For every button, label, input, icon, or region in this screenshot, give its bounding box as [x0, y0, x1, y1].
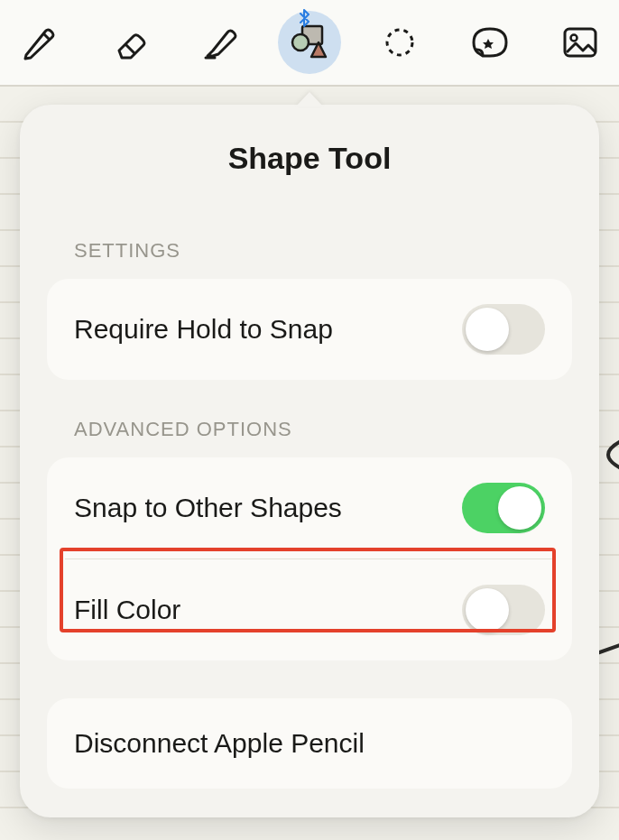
- sticker-tool[interactable]: [458, 11, 522, 74]
- require-hold-label: Require Hold to Snap: [74, 314, 333, 345]
- snap-shapes-label: Snap to Other Shapes: [74, 493, 342, 523]
- popover-arrow: [296, 92, 323, 106]
- lasso-tool[interactable]: [368, 11, 431, 74]
- eraser-tool-icon: [110, 23, 148, 61]
- advanced-section-header: ADVANCED OPTIONS: [74, 418, 572, 441]
- image-tool[interactable]: [549, 11, 612, 74]
- svg-point-2: [387, 30, 412, 55]
- eraser-tool[interactable]: [97, 11, 161, 74]
- highlighter-tool-icon: [200, 23, 238, 61]
- snap-shapes-toggle[interactable]: [462, 483, 545, 533]
- fill-color-label: Fill Color: [74, 595, 180, 625]
- pen-tool-icon: [20, 23, 58, 61]
- settings-card: Require Hold to Snap: [47, 279, 572, 380]
- popover-title: Shape Tool: [47, 141, 572, 176]
- require-hold-toggle[interactable]: [462, 304, 545, 355]
- fill-color-toggle[interactable]: [462, 585, 545, 635]
- snap-shapes-row[interactable]: Snap to Other Shapes: [47, 457, 572, 558]
- settings-section-header: SETTINGS: [74, 239, 572, 263]
- sticker-tool-icon: [470, 25, 510, 60]
- lasso-tool-icon: [381, 23, 419, 61]
- require-hold-row[interactable]: Require Hold to Snap: [47, 279, 572, 380]
- shape-tool[interactable]: [278, 11, 341, 74]
- disconnect-pencil-row[interactable]: Disconnect Apple Pencil: [47, 698, 572, 789]
- disconnect-pencil-label: Disconnect Apple Pencil: [74, 728, 365, 759]
- toolbar: [0, 0, 619, 87]
- advanced-card: Snap to Other Shapes Fill Color: [47, 457, 572, 660]
- svg-point-1: [292, 34, 309, 51]
- fill-color-row[interactable]: Fill Color: [65, 558, 554, 660]
- pen-tool[interactable]: [7, 11, 70, 74]
- svg-point-4: [571, 35, 577, 42]
- highlighter-tool[interactable]: [188, 11, 251, 74]
- svg-rect-3: [565, 29, 596, 56]
- shape-tool-popover: Shape Tool SETTINGS Require Hold to Snap…: [20, 105, 599, 817]
- pencil-card: Disconnect Apple Pencil: [47, 698, 572, 789]
- bluetooth-badge-icon: [298, 9, 310, 32]
- image-tool-icon: [561, 25, 599, 60]
